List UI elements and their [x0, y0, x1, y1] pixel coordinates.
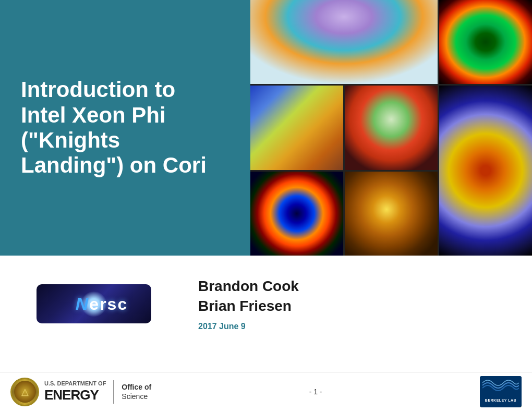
author-info: Brandon Cook Brian Friesen 2017 June 9 [167, 276, 511, 332]
berkeley-waves-graphic [480, 376, 522, 394]
images-grid [250, 0, 532, 256]
author-names: Brandon Cook Brian Friesen [198, 276, 511, 316]
title-line1: Introduction to [21, 77, 175, 102]
page-number: - 1 - [151, 388, 480, 396]
doe-small-text: U.S. DEPARTMENT OF [44, 380, 106, 386]
date-text: 2017 June 9 [198, 322, 511, 331]
title-line3: ("Knights [21, 128, 120, 152]
doe-circle-icon: △ [10, 378, 39, 406]
image-radial [439, 86, 532, 256]
doe-text-lines: U.S. DEPARTMENT OF ENERGY [44, 380, 106, 403]
left-panel: Introduction to Intel Xeon Phi ("Knights… [0, 0, 250, 256]
berkeley-lab-logo: BERKELEY LAB [480, 376, 522, 407]
nersc-logo-text: Nersc [60, 294, 128, 314]
berkeley-label-area: BERKELEY LAB [480, 394, 522, 407]
image-particles [345, 86, 438, 170]
author1: Brandon Cook [198, 276, 511, 296]
slide-container: Introduction to Intel Xeon Phi ("Knights… [0, 0, 532, 411]
doe-logo: △ U.S. DEPARTMENT OF ENERGY Office of Sc… [10, 378, 151, 406]
bottom-section: Nersc Brandon Cook Brian Friesen 2017 Ju… [0, 256, 532, 352]
office-of-science-text: Office of Science [122, 382, 151, 401]
title-line2: Intel Xeon Phi [21, 103, 166, 127]
image-ornament [345, 172, 438, 256]
doe-divider [113, 380, 114, 404]
doe-energy-text: ENERGY [44, 387, 106, 403]
image-protein [439, 0, 532, 84]
doe-eagle-icon: △ [21, 386, 29, 397]
image-top-main [250, 0, 438, 84]
top-section: Introduction to Intel Xeon Phi ("Knights… [0, 0, 532, 256]
doe-circle-inner: △ [14, 381, 36, 403]
berkeley-text: BERKELEY LAB [485, 398, 516, 403]
title-line4: Landing") on Cori [21, 153, 207, 177]
nersc-n-letter: N [76, 294, 90, 313]
berkeley-waves-svg [482, 378, 519, 393]
image-globe-inner [250, 172, 343, 256]
office-line1: Office of [122, 382, 151, 392]
image-flow [250, 86, 343, 170]
footer: △ U.S. DEPARTMENT OF ENERGY Office of Sc… [0, 372, 532, 411]
nersc-logo: Nersc [37, 284, 151, 323]
office-line2: Science [122, 392, 148, 401]
slide-title: Introduction to Intel Xeon Phi ("Knights… [21, 77, 207, 178]
image-globe [250, 172, 343, 256]
nersc-logo-area: Nersc [21, 284, 167, 323]
author2: Brian Friesen [198, 296, 511, 316]
doe-text-block: U.S. DEPARTMENT OF ENERGY Office of Scie… [44, 380, 151, 404]
